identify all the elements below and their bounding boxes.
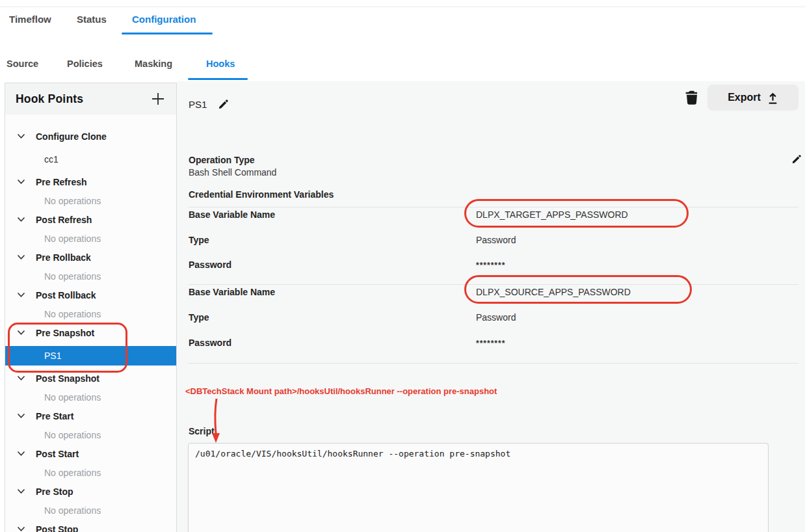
chevron-down-icon[interactable] [17,254,25,260]
add-hook-button[interactable] [150,91,166,107]
chevron-down-icon[interactable] [17,488,25,494]
no-operations-label: No operations [5,425,176,444]
hook-operation-ps1-selected[interactable]: PS1 [5,342,176,369]
hook-operation-cc1[interactable]: cc1 [5,146,176,172]
chevron-down-icon[interactable] [17,292,25,298]
field-label: Password [189,338,231,348]
hook-title-row: PS1 [189,98,230,111]
tab-configuration[interactable]: Configuration [132,14,196,25]
hook-point-label: Pre Stop [36,486,73,497]
tab-policies[interactable]: Policies [67,59,103,69]
base-variable-name-value: DLPX_TARGET_APPS_PASSWORD [476,209,628,220]
selected-row-highlight: PS1 [5,346,176,366]
credentials-header: Credential Environment Variables [189,189,334,200]
hook-point-label: Post Start [36,449,79,459]
operation-type-value: Bash Shell Command [189,167,276,178]
field-label: Password [189,259,231,270]
chevron-down-icon[interactable] [17,526,25,532]
divider [189,363,798,364]
field-label: Type [189,235,209,245]
password-value: ******** [476,339,505,348]
no-operations-label: No operations [5,501,176,520]
chevron-down-icon[interactable] [17,133,25,139]
plus-icon [151,92,165,106]
hook-point-label: Post Stop [36,524,78,532]
annotation-note: <DBTechStack Mount path>/hooksUtil/hooks… [185,386,497,396]
hook-operation-label: cc1 [44,154,59,165]
trash-icon [685,90,698,105]
hooks-configuration-page: Timeflow Status Configuration Source Pol… [0,0,805,532]
rename-hook-button[interactable] [217,98,230,111]
tab-source[interactable]: Source [7,59,38,69]
export-label: Export [728,92,761,103]
hook-name: PS1 [189,99,207,110]
script-label: Script [189,426,215,436]
no-operations-label: No operations [5,388,176,406]
hook-point-pre-stop[interactable]: Pre Stop [5,482,176,501]
hook-point-post-start[interactable]: Post Start [5,444,176,463]
hook-point-label: Pre Snapshot [36,328,94,338]
pencil-icon [217,98,230,111]
hook-point-label: Configure Clone [36,131,107,142]
hook-point-post-refresh[interactable]: Post Refresh [5,210,176,229]
upload-icon [767,92,778,104]
active-tab-underline [122,33,213,34]
chevron-down-icon[interactable] [17,330,25,336]
hook-points-sidebar: Hook Points Configure Clone cc1 Pre Refr… [5,83,177,532]
hook-point-label: Pre Rollback [36,252,91,263]
edit-operation-button[interactable] [791,153,802,165]
hook-points-header: Hook Points [5,83,176,114]
active-subtab-underline [188,78,248,80]
hook-point-pre-refresh[interactable]: Pre Refresh [5,172,176,191]
hook-points-title: Hook Points [16,92,83,106]
hook-point-label: Pre Refresh [36,177,87,187]
pencil-icon [791,153,802,165]
export-button[interactable]: Export [707,85,798,111]
type-value: Password [476,235,516,245]
top-divider [0,7,805,7]
script-input[interactable]: /u01/oracle/VIS/hooksUtil/hooksRunner --… [188,443,769,532]
no-operations-label: No operations [5,191,176,210]
base-variable-name-value: DLPX_SOURCE_APPS_PASSWORD [476,287,631,297]
type-value: Password [476,312,516,323]
no-operations-label: No operations [5,229,176,248]
chevron-down-icon[interactable] [17,413,25,419]
hook-point-configure-clone[interactable]: Configure Clone [5,127,176,146]
hook-point-post-rollback[interactable]: Post Rollback [5,286,176,304]
no-operations-label: No operations [5,463,176,482]
hook-point-label: Post Refresh [36,215,92,225]
field-label: Base Variable Name [189,287,275,297]
tab-status[interactable]: Status [77,14,107,25]
delete-hook-button[interactable] [683,88,701,107]
hook-point-post-stop[interactable]: Post Stop [5,520,176,532]
hook-point-label: Post Rollback [36,290,96,300]
hook-point-post-snapshot[interactable]: Post Snapshot [5,369,176,388]
hook-point-pre-rollback[interactable]: Pre Rollback [5,248,176,267]
no-operations-label: No operations [5,304,176,323]
chevron-down-icon[interactable] [17,451,25,457]
field-label: Base Variable Name [189,209,275,220]
no-operations-label: No operations [5,267,176,286]
tab-hooks[interactable]: Hooks [206,59,235,69]
hook-point-pre-snapshot[interactable]: Pre Snapshot [5,323,176,342]
chevron-down-icon[interactable] [17,217,25,222]
divider [189,284,798,285]
hook-operation-label: PS1 [44,351,61,361]
hook-point-label: Post Snapshot [36,373,99,384]
tab-masking[interactable]: Masking [135,59,172,69]
field-label: Type [189,312,209,323]
hook-points-tree: Configure Clone cc1 Pre Refresh No opera… [5,114,176,532]
hook-point-pre-start[interactable]: Pre Start [5,406,176,425]
chevron-down-icon[interactable] [17,179,25,185]
divider [189,207,798,207]
hook-point-label: Pre Start [36,411,73,421]
chevron-down-icon[interactable] [17,375,25,381]
tab-timeflow[interactable]: Timeflow [9,14,51,25]
operation-type-label: Operation Type [189,155,255,165]
password-value: ******** [476,261,505,270]
